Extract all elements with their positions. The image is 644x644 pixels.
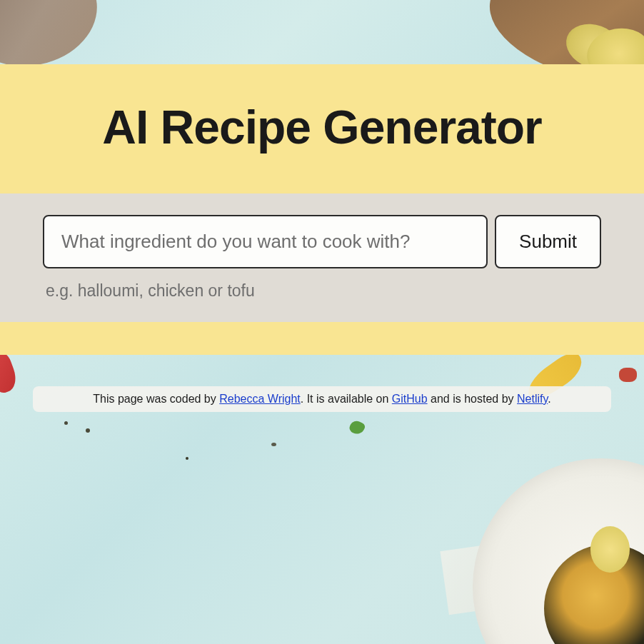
footer-middle1: . It is available on [301,393,392,405]
footer-middle2: and is hosted by [428,393,517,405]
ingredient-input[interactable] [43,215,488,268]
title-section: AI Recipe Generator [0,64,644,193]
form-section: Submit e.g. halloumi, chicken or tofu [0,193,644,322]
decorative-strip [0,322,644,355]
page-title: AI Recipe Generator [0,100,644,154]
submit-button[interactable]: Submit [495,215,601,268]
form-row: Submit [43,215,601,268]
footer-prefix: This page was coded by [93,393,219,405]
author-link[interactable]: Rebecca Wright [219,393,301,405]
footer: This page was coded by Rebecca Wright. I… [33,386,611,412]
footer-suffix: . [548,393,550,405]
netlify-link[interactable]: Netlify [517,393,548,405]
github-link[interactable]: GitHub [392,393,428,405]
input-hint: e.g. halloumi, chicken or tofu [43,281,601,301]
